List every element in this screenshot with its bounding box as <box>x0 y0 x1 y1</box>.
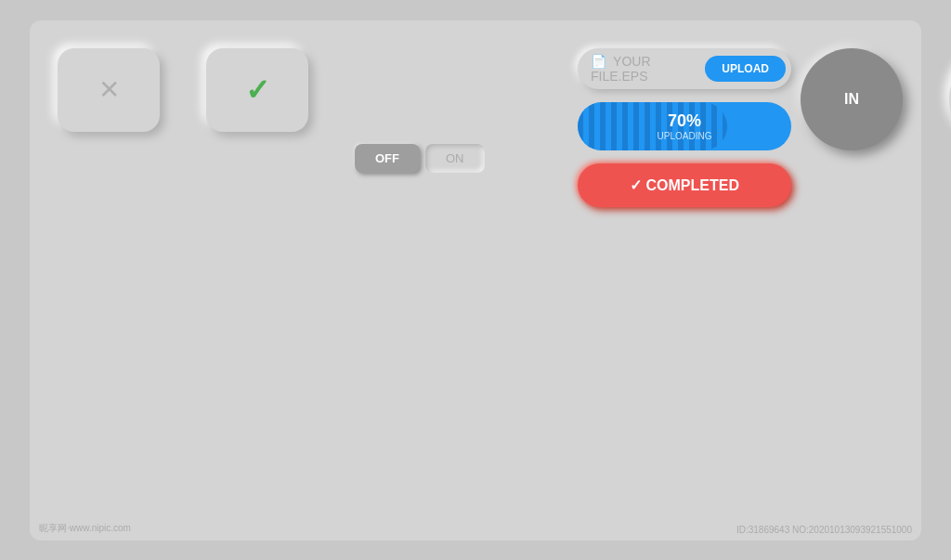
progress-sub-label: UPLOADING <box>578 131 791 141</box>
completed-check-icon: ✓ <box>630 177 642 193</box>
watermark-right: ID:31869643 NO:20201013093921551000 <box>736 525 912 535</box>
progress-bar-container: 70% UPLOADING <box>578 102 791 150</box>
toggle-row: OFF ON <box>355 48 559 269</box>
check-icon: ✓ <box>245 72 270 108</box>
completed-button[interactable]: ✓ COMPLETED <box>578 163 791 207</box>
x-icon: ✕ <box>98 74 120 105</box>
toggle-on-label: ON <box>446 151 464 165</box>
progress-bar: 70% UPLOADING <box>578 102 791 150</box>
file-upload-row: 📄 YOUR FILE.EPS UPLOAD <box>578 48 791 89</box>
check-button[interactable]: ✓ <box>206 48 308 132</box>
progress-text: 70% <box>578 111 791 131</box>
toggle-off-button[interactable]: OFF <box>355 144 420 173</box>
upload-button[interactable]: UPLOAD <box>705 56 786 82</box>
file-label: 📄 YOUR FILE.EPS <box>591 54 699 84</box>
in-label: IN <box>844 91 859 108</box>
file-icon: 📄 <box>591 54 606 69</box>
watermark-left: 昵享网·www.nipic.com <box>39 522 131 535</box>
toggle-off-label: OFF <box>375 151 399 165</box>
toggle-on-button[interactable]: ON <box>425 144 485 173</box>
completed-label: COMPLETED <box>646 177 739 193</box>
main-container: ✕ ✓ OFF ON 📄 YOUR FILE.EPS <box>30 20 921 540</box>
x-button[interactable]: ✕ <box>58 48 160 132</box>
in-button[interactable]: IN <box>801 48 903 150</box>
